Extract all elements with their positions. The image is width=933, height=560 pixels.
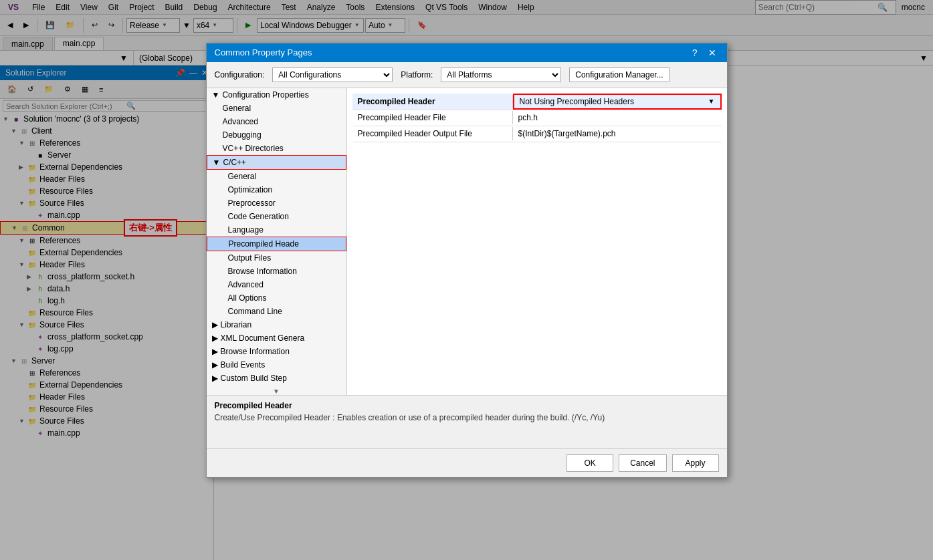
- tree-label: Code Generation: [228, 212, 289, 221]
- prop-name-precompiled: Precompiled Header: [352, 95, 513, 108]
- expand-icon: ▼: [213, 158, 221, 167]
- tree-label: Output Files: [228, 253, 272, 263]
- platform-label: Platform:: [401, 70, 433, 80]
- modal-tree-xml-doc[interactable]: ▶ XML Document Genera: [207, 331, 346, 345]
- expand-icon: ▼: [212, 90, 220, 100]
- modal-desc-title: Precompiled Header: [215, 401, 719, 410]
- tree-scroll-down[interactable]: ▼: [207, 388, 346, 395]
- config-manager-btn[interactable]: Configuration Manager...: [569, 67, 669, 82]
- modal-tree-output-files[interactable]: Output Files: [207, 251, 346, 265]
- modal-body: ▼ Configuration Properties General Advan…: [207, 88, 727, 395]
- modal-tree-vc-dirs[interactable]: VC++ Directories: [207, 142, 346, 155]
- platform-select[interactable]: All Platforms: [441, 67, 561, 82]
- modal-close-btn[interactable]: ✕: [706, 47, 719, 58]
- modal-properties: Precompiled Header Not Using Precompiled…: [347, 88, 727, 395]
- tree-label: Browse Information: [221, 347, 290, 356]
- modal-tree-all-options[interactable]: All Options: [207, 291, 346, 305]
- tree-label: General: [228, 172, 257, 181]
- modal-tree-language[interactable]: Language: [207, 223, 346, 237]
- prop-value-text: pch.h: [518, 113, 538, 122]
- modal-tree-codegen[interactable]: Code Generation: [207, 210, 346, 223]
- expand-icon: ▶: [212, 347, 218, 356]
- prop-row-pch-file: Precompiled Header File pch.h: [352, 110, 722, 126]
- prop-name-pch-output: Precompiled Header Output File: [352, 127, 513, 140]
- tree-label: C/C++: [223, 158, 246, 167]
- tree-label: Language: [228, 225, 264, 235]
- modal-tree-cpp-advanced[interactable]: Advanced: [207, 278, 346, 291]
- modal-tree-preprocessor[interactable]: Preprocessor: [207, 196, 346, 210]
- modal-desc-text: Create/Use Precompiled Header : Enables …: [215, 413, 719, 422]
- modal-tree-debugging[interactable]: Debugging: [207, 128, 346, 142]
- modal-title-bar: Common Property Pages ? ✕: [207, 43, 727, 62]
- prop-dropdown-arrow[interactable]: ▼: [708, 98, 715, 105]
- prop-name-pch-file: Precompiled Header File: [352, 111, 513, 124]
- tree-label: Precompiled Heade: [229, 239, 299, 249]
- modal-tree-build-events[interactable]: ▶ Build Events: [207, 358, 346, 372]
- modal-overlay: Common Property Pages ? ✕ Configuration:…: [0, 0, 933, 560]
- modal-title: Common Property Pages: [215, 47, 312, 57]
- ok-button[interactable]: OK: [566, 454, 613, 472]
- modal-tree-config-props[interactable]: ▼ Configuration Properties: [207, 88, 346, 102]
- prop-row-precompiled: Precompiled Header Not Using Precompiled…: [352, 94, 722, 110]
- tree-label: Debugging: [223, 130, 262, 140]
- prop-value-precompiled[interactable]: Not Using Precompiled Headers ▼: [513, 94, 722, 110]
- tree-label: All Options: [228, 293, 267, 303]
- tree-label: XML Document Genera: [221, 333, 305, 343]
- property-pages-modal: Common Property Pages ? ✕ Configuration:…: [206, 43, 728, 478]
- prop-value-text: Not Using Precompiled Headers: [520, 97, 634, 106]
- modal-tree-optimization[interactable]: Optimization: [207, 183, 346, 196]
- expand-icon: ▶: [212, 320, 218, 329]
- tree-label: Browse Information: [228, 267, 297, 276]
- modal-tree-advanced[interactable]: Advanced: [207, 115, 346, 128]
- modal-config-row: Configuration: All Configurations Platfo…: [207, 62, 727, 88]
- tree-label: VC++ Directories: [223, 144, 284, 153]
- modal-tree-browse-info[interactable]: Browse Information: [207, 265, 346, 278]
- prop-row-pch-output: Precompiled Header Output File $(IntDir)…: [352, 126, 722, 142]
- tree-label: Configuration Properties: [222, 90, 308, 100]
- modal-tree-cpp[interactable]: ▼ C/C++: [207, 155, 346, 170]
- tree-label: Preprocessor: [228, 198, 276, 208]
- prop-value-pch-file[interactable]: pch.h: [513, 111, 722, 124]
- modal-tree-cpp-general[interactable]: General: [207, 170, 346, 183]
- modal-tree-browse-info2[interactable]: ▶ Browse Information: [207, 345, 346, 358]
- tree-label: Custom Build Step: [221, 374, 287, 383]
- expand-icon: ▶: [212, 360, 218, 370]
- modal-tree-custom-build[interactable]: ▶ Custom Build Step: [207, 372, 346, 385]
- modal-description: Precompiled Header Create/Use Precompile…: [207, 395, 727, 448]
- tree-label: General: [223, 104, 251, 113]
- config-select[interactable]: All Configurations: [272, 67, 393, 82]
- expand-icon: ▶: [212, 333, 218, 343]
- cancel-button[interactable]: Cancel: [619, 454, 666, 472]
- modal-tree-precompiled[interactable]: Precompiled Heade: [207, 237, 346, 251]
- modal-tree: ▼ Configuration Properties General Advan…: [207, 88, 347, 395]
- tree-label: Librarian: [221, 320, 252, 329]
- tree-label: Optimization: [228, 185, 273, 194]
- tree-label: Command Line: [228, 307, 282, 316]
- modal-footer: OK Cancel Apply: [207, 448, 727, 477]
- tree-label: Advanced: [223, 117, 258, 126]
- prop-value-pch-output[interactable]: $(IntDir)$(TargetName).pch: [513, 127, 722, 140]
- modal-title-buttons: ? ✕: [690, 47, 719, 58]
- tree-label: Advanced: [228, 280, 264, 289]
- tree-label: Build Events: [221, 360, 266, 370]
- expand-icon: ▶: [212, 374, 218, 383]
- modal-help-btn[interactable]: ?: [690, 47, 700, 58]
- modal-tree-cmd-line[interactable]: Command Line: [207, 305, 346, 318]
- config-label: Configuration:: [215, 70, 265, 80]
- apply-button[interactable]: Apply: [672, 454, 719, 472]
- modal-tree-librarian[interactable]: ▶ Librarian: [207, 318, 346, 331]
- modal-tree-general[interactable]: General: [207, 102, 346, 115]
- prop-value-text: $(IntDir)$(TargetName).pch: [518, 129, 616, 138]
